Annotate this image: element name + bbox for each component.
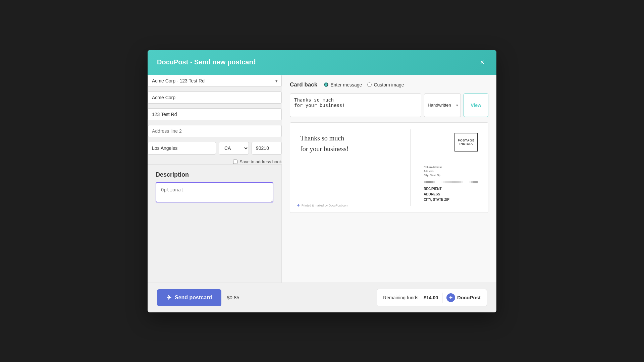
modal-header: DocuPost - Send new postcard × [148, 50, 496, 75]
docupost-logo-small: ✈ Printed & mailed by DocuPost.com [297, 203, 348, 208]
address-dropdown-wrapper: Acme Corp - 123 Test Rd [148, 75, 282, 87]
modal-backdrop: DocuPost - Send new postcard × Acme Corp… [0, 0, 644, 362]
city-input[interactable] [148, 142, 216, 155]
brand-name: DocuPost [457, 295, 481, 300]
radio-group: Enter message Custom image [324, 82, 404, 87]
send-postcard-button[interactable]: ✈ Send postcard [157, 289, 221, 306]
description-input[interactable] [156, 182, 273, 202]
postcard-message: Thanks so muchfor your business! [297, 129, 407, 206]
printed-by-text: Printed & mailed by DocuPost.com [302, 204, 348, 207]
close-button[interactable]: × [477, 57, 487, 67]
custom-image-label: Custom image [374, 82, 404, 87]
enter-message-radio-label[interactable]: Enter message [324, 82, 362, 87]
card-back-header: Card back Enter message Custom image [290, 81, 488, 88]
postage-label: POSTAGE INDICIA [458, 139, 475, 145]
view-button[interactable]: View [464, 94, 488, 117]
send-icon: ✈ [166, 294, 171, 301]
remaining-amount: $14.00 [424, 295, 438, 300]
address-section: Acme Corp - 123 Test Rd CA [148, 75, 282, 164]
recipient-line1: RECIPIENT [424, 187, 441, 191]
modal-container: DocuPost - Send new postcard × Acme Corp… [148, 50, 496, 312]
send-icon-small: ✈ [297, 203, 300, 208]
zip-input[interactable] [252, 142, 282, 155]
postcard-right-section: POSTAGE INDICIA Return AddressAddressCit… [414, 129, 481, 206]
price-tag: $0.85 [227, 295, 239, 300]
state-select[interactable]: CA [219, 142, 249, 155]
barcode: ||||||||||||||||||||||||||||||||||||||||… [424, 181, 478, 183]
footer-divider [442, 293, 442, 303]
description-label: Description [156, 171, 273, 178]
save-address-checkbox[interactable] [233, 160, 237, 164]
address-dropdown[interactable]: Acme Corp - 123 Test Rd [148, 75, 282, 87]
company-name-input[interactable] [148, 92, 282, 104]
send-button-label: Send postcard [175, 295, 212, 301]
card-back-title: Card back [290, 81, 317, 88]
modal-footer: ✈ Send postcard $0.85 Remaining funds: $… [148, 283, 496, 312]
save-address-row: Save to address book [148, 159, 282, 164]
docupost-brand: ✈ DocuPost [446, 293, 481, 302]
enter-message-label: Enter message [330, 82, 362, 87]
custom-image-radio-label[interactable]: Custom image [367, 82, 404, 87]
enter-message-radio[interactable] [324, 82, 328, 87]
postcard-preview: Thanks so muchfor your business! POSTAGE… [290, 122, 488, 213]
return-address: Return AddressAddressCity, State Zip [424, 165, 478, 177]
right-panel: Card back Enter message Custom image [282, 75, 496, 283]
postage-area: POSTAGE INDICIA [454, 133, 478, 152]
description-section: Description [148, 164, 281, 210]
footer-right: Remaining funds: $14.00 ✈ DocuPost [377, 289, 487, 306]
custom-image-radio[interactable] [367, 82, 372, 87]
font-select[interactable]: Handwritten [424, 94, 461, 117]
save-address-label: Save to address book [239, 159, 282, 164]
postcard-divider [411, 129, 411, 206]
address-line1-input[interactable] [148, 108, 282, 120]
message-input-row: Thanks so much for your business! Handwr… [290, 94, 488, 117]
city-state-zip-row: CA [148, 142, 282, 155]
message-textarea[interactable]: Thanks so much for your business! [290, 94, 421, 117]
return-address-area: Return AddressAddressCity, State Zip |||… [424, 165, 478, 202]
remaining-label: Remaining funds: [383, 295, 420, 300]
font-select-wrapper: Handwritten [424, 94, 461, 117]
recipient-line3: CITY, STATE ZIP [424, 198, 449, 201]
recipient-line2: ADDRESS [424, 192, 440, 196]
docupost-icon: ✈ [446, 293, 455, 302]
remaining-funds: Remaining funds: $14.00 ✈ DocuPost [377, 289, 487, 306]
modal-body: Acme Corp - 123 Test Rd CA [148, 75, 496, 283]
recipient-address: RECIPIENT ADDRESS CITY, STATE ZIP [424, 186, 478, 202]
modal-title: DocuPost - Send new postcard [157, 58, 256, 66]
address-line2-input[interactable] [148, 125, 282, 137]
left-column: Acme Corp - 123 Test Rd CA [148, 75, 282, 283]
